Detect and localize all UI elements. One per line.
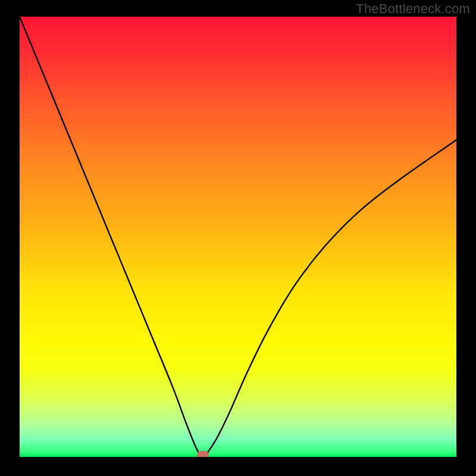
min-marker (197, 451, 209, 457)
watermark-text: TheBottleneck.com (356, 1, 470, 17)
plot-area (20, 17, 456, 457)
bottleneck-curve-path (20, 17, 456, 457)
chart-frame: TheBottleneck.com (0, 0, 476, 476)
curve-svg (20, 17, 456, 457)
